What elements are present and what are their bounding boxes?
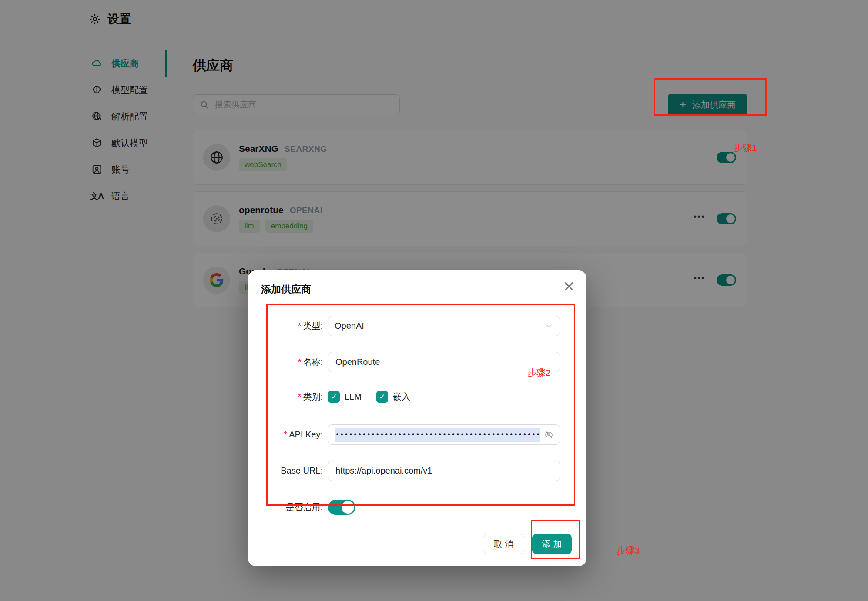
- cancel-button[interactable]: 取 消: [483, 534, 524, 554]
- category-row: *类别: ✓ LLM ✓ 嵌入: [261, 389, 573, 404]
- api-key-row: *API Key: ••••••••••••••••••••••••••••••…: [261, 424, 573, 445]
- checkbox-llm[interactable]: ✓: [328, 391, 340, 403]
- checkbox-embedding[interactable]: ✓: [376, 391, 388, 403]
- eye-slash-icon[interactable]: [544, 430, 553, 439]
- modal-title: 添加供应商: [261, 283, 573, 296]
- enabled-toggle[interactable]: [328, 500, 355, 515]
- name-input[interactable]: [335, 357, 553, 367]
- enabled-row: 是否启用:: [261, 499, 573, 515]
- submit-button[interactable]: 添 加: [532, 534, 572, 554]
- check-icon: ✓: [379, 392, 385, 401]
- category-label: 类别:: [303, 392, 323, 401]
- base-url-label: Base URL:: [281, 466, 323, 475]
- base-url-input[interactable]: [335, 465, 553, 476]
- api-key-masked-value: ••••••••••••••••••••••••••••••••••••••••…: [335, 428, 540, 442]
- api-key-input[interactable]: ••••••••••••••••••••••••••••••••••••••••…: [328, 424, 560, 445]
- check-icon: ✓: [331, 392, 337, 401]
- checkbox-embedding-label: 嵌入: [393, 391, 410, 403]
- add-provider-form: *类型: OpenAI *名称: *类别: ✓ LLM ✓: [261, 316, 573, 515]
- type-row: *类型: OpenAI: [261, 316, 573, 336]
- enabled-label: 是否启用:: [285, 502, 323, 512]
- required-mark: *: [298, 357, 302, 367]
- required-mark: *: [284, 430, 287, 439]
- required-mark: *: [298, 321, 302, 331]
- name-label: 名称:: [303, 357, 323, 367]
- close-icon[interactable]: ×: [563, 278, 576, 293]
- checkbox-llm-label: LLM: [345, 392, 362, 402]
- chevron-down-icon: [545, 322, 553, 331]
- name-row: *名称:: [261, 352, 573, 372]
- modal-footer: 取 消 添 加: [261, 534, 573, 554]
- type-label: 类型:: [303, 321, 323, 331]
- add-provider-modal: 添加供应商 × *类型: OpenAI *名称: *类别:: [248, 270, 586, 566]
- api-key-label: API Key:: [289, 430, 323, 439]
- type-select-value: OpenAI: [335, 321, 364, 331]
- required-mark: *: [298, 392, 302, 401]
- type-select[interactable]: OpenAI: [328, 316, 560, 336]
- base-url-row: Base URL:: [261, 461, 573, 481]
